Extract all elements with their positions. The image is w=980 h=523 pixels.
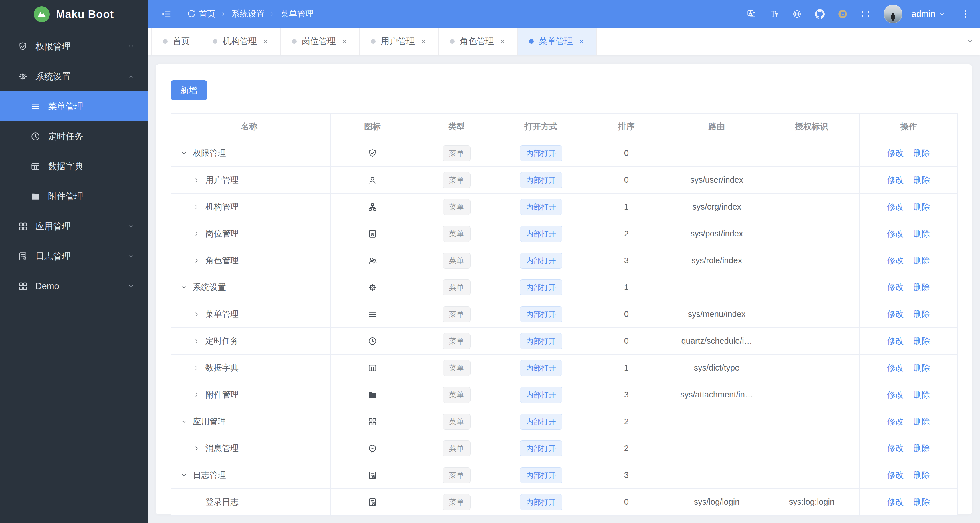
- edit-link[interactable]: 修改: [887, 148, 904, 159]
- globe-button[interactable]: [792, 9, 802, 19]
- close-icon[interactable]: [578, 38, 585, 45]
- column-header: 路由: [670, 113, 764, 140]
- delete-link[interactable]: 删除: [913, 309, 930, 320]
- delete-link[interactable]: 删除: [913, 335, 930, 347]
- globe-icon: [792, 9, 802, 19]
- route-value: sys/org/index: [692, 202, 741, 212]
- expand-toggle[interactable]: [193, 391, 202, 399]
- expand-toggle[interactable]: [180, 284, 189, 291]
- edit-link[interactable]: 修改: [887, 335, 904, 347]
- expand-toggle[interactable]: [180, 150, 189, 157]
- breadcrumb-item[interactable]: 系统设置: [231, 8, 264, 20]
- delete-link[interactable]: 删除: [913, 389, 930, 400]
- sidebar-subitem[interactable]: 附件管理: [0, 181, 148, 211]
- translate-button[interactable]: [746, 9, 756, 19]
- breadcrumb-item[interactable]: 菜单管理: [280, 8, 313, 20]
- fold-button[interactable]: [161, 9, 172, 19]
- sort-value: 3: [624, 470, 629, 480]
- avatar[interactable]: [883, 5, 902, 24]
- sort-value: 0: [624, 148, 629, 158]
- route-value: sys/dict/type: [694, 363, 740, 373]
- tab-list-dropdown[interactable]: [960, 28, 980, 54]
- sidebar-item[interactable]: 权限管理: [0, 31, 148, 61]
- more-button[interactable]: [961, 9, 970, 19]
- close-icon[interactable]: [499, 38, 506, 45]
- edit-link[interactable]: 修改: [887, 255, 904, 266]
- delete-link[interactable]: 删除: [913, 362, 930, 374]
- table-row: 机构管理菜单内部打开1sys/org/index修改删除: [171, 193, 958, 220]
- delete-link[interactable]: 删除: [913, 443, 930, 454]
- edit-link[interactable]: 修改: [887, 201, 904, 213]
- clock-icon: [368, 336, 377, 346]
- tab-bar: 首页机构管理岗位管理用户管理角色管理菜单管理: [148, 28, 980, 55]
- open-type-tag: 内部打开: [520, 360, 563, 376]
- expand-toggle[interactable]: [193, 203, 202, 211]
- apps-icon: [18, 281, 28, 292]
- font-size-button[interactable]: [769, 9, 779, 19]
- close-icon[interactable]: [341, 38, 348, 45]
- tab[interactable]: 菜单管理: [517, 28, 597, 55]
- edit-link[interactable]: 修改: [887, 282, 904, 293]
- sidebar-item[interactable]: 日志管理: [0, 241, 148, 271]
- open-type-tag: 内部打开: [520, 279, 563, 295]
- edit-link[interactable]: 修改: [887, 416, 904, 427]
- gitee-button[interactable]: [838, 9, 848, 19]
- expand-toggle[interactable]: [193, 311, 202, 318]
- refresh-button[interactable]: [186, 9, 197, 19]
- shield-icon: [368, 148, 377, 158]
- delete-link[interactable]: 删除: [913, 255, 930, 266]
- sidebar-subitem[interactable]: 菜单管理: [0, 91, 148, 121]
- github-button[interactable]: [815, 9, 825, 19]
- sidebar-subitem[interactable]: 数据字典: [0, 151, 148, 181]
- delete-link[interactable]: 删除: [913, 496, 930, 508]
- edit-link[interactable]: 修改: [887, 496, 904, 508]
- delete-link[interactable]: 删除: [913, 416, 930, 427]
- expand-toggle[interactable]: [193, 445, 202, 452]
- edit-link[interactable]: 修改: [887, 362, 904, 374]
- edit-link[interactable]: 修改: [887, 228, 904, 239]
- edit-link[interactable]: 修改: [887, 174, 904, 186]
- expand-toggle[interactable]: [180, 472, 189, 479]
- delete-link[interactable]: 删除: [913, 282, 930, 293]
- refresh-icon: [186, 9, 197, 19]
- edit-link[interactable]: 修改: [887, 389, 904, 400]
- delete-link[interactable]: 删除: [913, 470, 930, 481]
- sidebar-item[interactable]: Demo: [0, 271, 148, 301]
- close-icon: [262, 38, 269, 45]
- menu-name: 角色管理: [205, 255, 239, 266]
- edit-link[interactable]: 修改: [887, 309, 904, 320]
- tab[interactable]: 角色管理: [438, 28, 517, 55]
- edit-link[interactable]: 修改: [887, 470, 904, 481]
- type-tag: 菜单: [442, 414, 471, 430]
- tab[interactable]: 首页: [151, 28, 201, 55]
- expand-toggle[interactable]: [193, 177, 202, 184]
- sort-value: 0: [624, 497, 629, 507]
- fullscreen-button[interactable]: [861, 9, 870, 19]
- breadcrumb-item[interactable]: 首页: [199, 8, 215, 20]
- brand-logo-icon: [34, 6, 50, 22]
- sidebar-item[interactable]: 应用管理: [0, 211, 148, 241]
- sidebar-item[interactable]: 系统设置: [0, 61, 148, 91]
- edit-link[interactable]: 修改: [887, 443, 904, 454]
- expand-toggle[interactable]: [193, 337, 202, 345]
- sidebar-subitem[interactable]: 定时任务: [0, 121, 148, 151]
- close-icon[interactable]: [420, 38, 427, 45]
- delete-link[interactable]: 删除: [913, 174, 930, 186]
- column-header: 名称: [171, 113, 331, 140]
- expand-toggle[interactable]: [193, 230, 202, 238]
- close-icon[interactable]: [262, 38, 269, 45]
- tab[interactable]: 机构管理: [201, 28, 280, 55]
- expand-toggle[interactable]: [180, 418, 189, 426]
- expand-toggle[interactable]: [193, 257, 202, 264]
- menu-icon: [368, 309, 377, 319]
- user-menu[interactable]: admin: [912, 9, 946, 19]
- expand-toggle[interactable]: [193, 364, 202, 372]
- delete-link[interactable]: 删除: [913, 148, 930, 159]
- tab[interactable]: 岗位管理: [280, 28, 359, 55]
- tab[interactable]: 用户管理: [359, 28, 438, 55]
- add-button[interactable]: 新增: [171, 80, 207, 100]
- menu-name: 岗位管理: [205, 228, 239, 239]
- delete-link[interactable]: 删除: [913, 201, 930, 213]
- delete-link[interactable]: 删除: [913, 228, 930, 239]
- table-row: 应用管理菜单内部打开2修改删除: [171, 408, 958, 435]
